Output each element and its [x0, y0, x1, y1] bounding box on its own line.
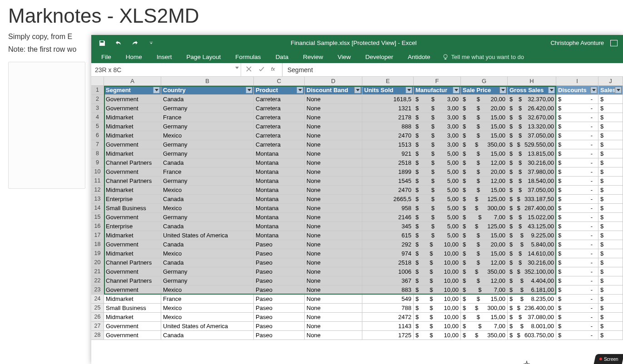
cell[interactable]: $3,00: [414, 131, 461, 140]
cell[interactable]: $30.216,00: [508, 158, 556, 167]
row-header-11[interactable]: 11: [91, 177, 104, 186]
cell[interactable]: Canada: [161, 95, 254, 104]
cell[interactable]: 1321: [362, 104, 414, 113]
cell[interactable]: $-: [556, 249, 598, 258]
row-header-19[interactable]: 19: [91, 249, 104, 258]
cell[interactable]: $: [598, 313, 623, 322]
cell[interactable]: None: [305, 331, 362, 340]
cell[interactable]: $32.370,00: [508, 95, 556, 104]
cell[interactable]: Channel Partners: [104, 158, 161, 167]
row-header-6[interactable]: 6: [91, 131, 104, 140]
save-icon[interactable]: [98, 39, 107, 48]
cell[interactable]: Small Business: [104, 304, 161, 313]
col-header-G[interactable]: G: [461, 77, 508, 86]
ribbon-tab-page-layout[interactable]: Page Layout: [179, 52, 228, 62]
cell[interactable]: 292: [362, 240, 414, 249]
cell[interactable]: Canada: [161, 158, 254, 167]
cell[interactable]: $: [598, 204, 623, 213]
cell[interactable]: None: [305, 267, 362, 276]
cell[interactable]: $20,00: [461, 104, 508, 113]
table-header[interactable]: Manufactur: [414, 86, 461, 95]
cell[interactable]: $15,00: [461, 186, 508, 195]
table-header[interactable]: Sale Price: [461, 86, 508, 95]
cell[interactable]: $10,00: [414, 249, 461, 258]
cell[interactable]: $300,00: [461, 304, 508, 313]
row-header-7[interactable]: 7: [91, 140, 104, 149]
cell[interactable]: $-: [556, 285, 598, 295]
cell[interactable]: Paseo: [254, 304, 305, 313]
cell[interactable]: $-: [556, 258, 598, 267]
table-header[interactable]: Discount Band: [305, 86, 362, 95]
cell[interactable]: Government: [104, 240, 161, 249]
cell[interactable]: $350,00: [461, 331, 508, 340]
cell[interactable]: Montana: [254, 195, 305, 204]
row-header-18[interactable]: 18: [91, 240, 104, 249]
row-header-20[interactable]: 20: [91, 258, 104, 267]
cell[interactable]: Germany: [161, 122, 254, 131]
cell[interactable]: 2665,5: [362, 195, 414, 204]
cell[interactable]: $15,00: [461, 122, 508, 131]
cell[interactable]: None: [305, 295, 362, 304]
cell[interactable]: $-: [556, 304, 598, 313]
cell[interactable]: $: [598, 140, 623, 149]
name-box[interactable]: 23R x 8C: [91, 63, 241, 76]
cell[interactable]: None: [305, 95, 362, 104]
cell[interactable]: Germany: [161, 104, 254, 113]
undo-icon[interactable]: [114, 39, 123, 48]
spreadsheet-grid[interactable]: ABCDEFGHIJ 12345678910111213141516171819…: [91, 77, 623, 364]
cell[interactable]: $350,00: [461, 267, 508, 276]
cell[interactable]: $-: [556, 295, 598, 304]
row-header-22[interactable]: 22: [91, 276, 104, 285]
cell[interactable]: $-: [556, 158, 598, 167]
cell[interactable]: $20,00: [461, 240, 508, 249]
cell[interactable]: Mexico: [161, 285, 254, 295]
cell[interactable]: $14.610,00: [508, 249, 556, 258]
cell[interactable]: Paseo: [254, 267, 305, 276]
cell[interactable]: $12,00: [461, 276, 508, 285]
cell[interactable]: Germany: [161, 267, 254, 276]
cell[interactable]: Mexico: [161, 204, 254, 213]
cell[interactable]: $15,00: [461, 249, 508, 258]
cell[interactable]: $603.750,00: [508, 331, 556, 340]
cell[interactable]: None: [305, 249, 362, 258]
cell[interactable]: $37.080,00: [508, 313, 556, 322]
cell[interactable]: $236.400,00: [508, 304, 556, 313]
cell[interactable]: $5,00: [414, 167, 461, 177]
table-header[interactable]: Gross Sales: [508, 86, 556, 95]
cell[interactable]: None: [305, 204, 362, 213]
cell[interactable]: $5,00: [414, 149, 461, 158]
col-header-F[interactable]: F: [414, 77, 461, 86]
cell[interactable]: $37.980,00: [508, 167, 556, 177]
ribbon-tab-developer[interactable]: Developer: [358, 52, 400, 62]
cell[interactable]: Germany: [161, 177, 254, 186]
cell[interactable]: $10,00: [414, 258, 461, 267]
cell[interactable]: Government: [104, 140, 161, 149]
enter-icon[interactable]: [258, 66, 265, 74]
cell[interactable]: $10,00: [414, 285, 461, 295]
table-header[interactable]: Units Sold: [362, 86, 414, 95]
cell[interactable]: $7,00: [461, 285, 508, 295]
cell[interactable]: Paseo: [254, 313, 305, 322]
cell[interactable]: $-: [556, 167, 598, 177]
row-header-15[interactable]: 15: [91, 213, 104, 222]
row-header-24[interactable]: 24: [91, 295, 104, 304]
cell[interactable]: Carretera: [254, 131, 305, 140]
cell[interactable]: Government: [104, 95, 161, 104]
cell[interactable]: $-: [556, 104, 598, 113]
cell[interactable]: None: [305, 304, 362, 313]
cell[interactable]: $5,00: [414, 195, 461, 204]
cell[interactable]: Channel Partners: [104, 177, 161, 186]
cell[interactable]: 2518: [362, 158, 414, 167]
cell[interactable]: $15.022,00: [508, 213, 556, 222]
cell[interactable]: $-: [556, 95, 598, 104]
cell[interactable]: $5,00: [414, 231, 461, 240]
cell[interactable]: None: [305, 195, 362, 204]
cell[interactable]: $32.670,00: [508, 113, 556, 122]
cell[interactable]: $-: [556, 149, 598, 158]
table-header[interactable]: Sales: [598, 86, 623, 95]
cell[interactable]: 1545: [362, 177, 414, 186]
ribbon-tab-formulas[interactable]: Formulas: [228, 52, 268, 62]
cell[interactable]: Germany: [161, 276, 254, 285]
cell[interactable]: $: [598, 113, 623, 122]
cell[interactable]: $7,00: [461, 213, 508, 222]
